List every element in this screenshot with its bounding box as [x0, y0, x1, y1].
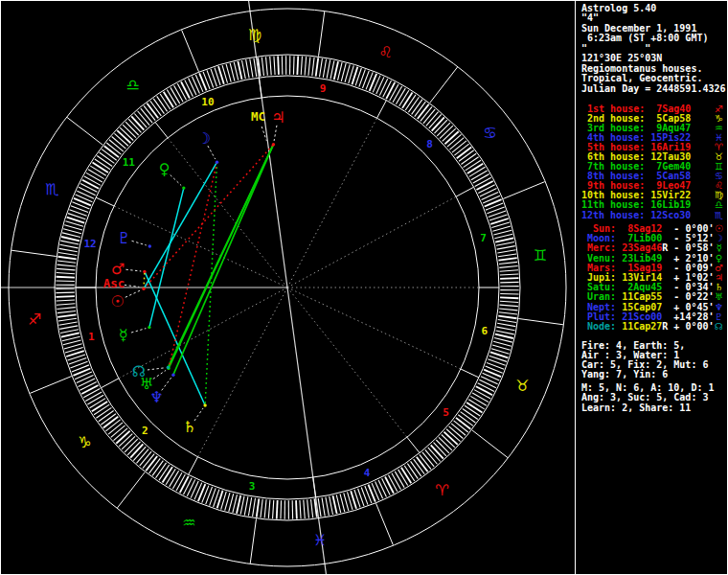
wheel-canvas: ♈♉♊♋♌♍♎♏♐♑♒♓123456789101112☉☽☿♀♂♃♄♅♆♇☊As…: [0, 0, 575, 575]
axis-pointer-line: [125, 285, 139, 287]
summary-line: Yang: 7, Yin: 6: [581, 370, 726, 380]
chart-header: Astrolog 5.40 "4" Sun December 1, 1991 6…: [581, 4, 726, 94]
sign-boundary-line: [518, 318, 563, 324]
house-number: 11: [123, 156, 136, 169]
house-number: 3: [249, 480, 256, 493]
gemini-sign-icon: ♊: [534, 246, 547, 264]
node-planet-icon: ☊: [713, 321, 725, 332]
planet-pointer-line: [132, 241, 147, 245]
info-sidebar: Astrolog 5.40 "4" Sun December 1, 1991 6…: [577, 1, 727, 574]
sign-boundary-line: [11, 250, 57, 256]
planet-pointer-line: [171, 175, 182, 186]
plut-position-dot: [148, 244, 151, 247]
nept-planet-icon: ♆: [149, 388, 163, 406]
house-number: 10: [201, 96, 214, 108]
pisces-sign-icon: ♓: [313, 531, 327, 549]
planet-pointer-line: [131, 329, 146, 333]
mars-planet-icon: ♂: [111, 260, 125, 278]
mars-position-dot: [143, 270, 146, 273]
planet-pointer-line: [125, 290, 141, 297]
trine-aspect-line: [168, 145, 273, 368]
cusp-band-segment: [259, 78, 262, 98]
house-number: 5: [443, 406, 449, 419]
ascendant-label: Asc: [103, 276, 125, 290]
virgo-sign-icon: ♍: [248, 26, 262, 44]
moon-planet-icon: ☽: [197, 129, 211, 148]
cusp-band-segment: [189, 457, 198, 475]
element-summary: Fire: 4, Earth: 5,Air : 3, Water: 1Car: …: [581, 341, 726, 413]
sign-boundary-line: [30, 377, 71, 394]
planet-position-list: Sun: 8Sag12 - 0°00'☉ Moon: 7Lib00 - 5°12…: [581, 224, 726, 332]
cusp-band-segment: [407, 437, 420, 452]
merc-position-dot: [148, 326, 150, 329]
cusp-band-segment: [377, 101, 387, 119]
libra-sign-icon: ♎: [126, 76, 140, 94]
sign-boundary-line: [503, 182, 544, 199]
satu-position-dot: [203, 403, 206, 406]
aries-sign-icon: ♈: [435, 481, 448, 499]
leo-sign-icon: ♌: [378, 43, 392, 61]
nept-position-dot: [171, 374, 174, 377]
cusp-band-segment: [96, 197, 114, 206]
moon-position-dot: [216, 161, 218, 164]
sign-boundary-line: [472, 430, 508, 458]
julian-day-label: Julian Day = 2448591.4326: [581, 84, 726, 94]
house-number: 2: [142, 425, 148, 437]
house-row: 12th house: 12Sco30♏: [581, 211, 726, 220]
sign-boundary-line: [67, 117, 102, 145]
node-planet-icon: ☊: [132, 362, 146, 380]
app-title: Astrolog 5.40: [581, 4, 726, 13]
square-aspect-line: [169, 162, 217, 368]
trine-aspect-line: [173, 145, 274, 376]
house-number: 7: [480, 232, 487, 244]
sign-boundary-line: [376, 503, 394, 544]
planet-pointer-line: [148, 368, 164, 370]
sun-planet-icon: ☉: [110, 292, 124, 310]
planet-pointer-line: [153, 370, 166, 379]
capricorn-sign-icon: ♑: [78, 433, 91, 451]
house-number: 6: [482, 325, 489, 337]
satu-planet-icon: ♄: [183, 418, 196, 436]
sextile-aspect-line: [149, 188, 184, 328]
house-cusp-line: [168, 138, 287, 288]
sign-boundary-line: [318, 12, 324, 57]
♏-sign-icon: ♏: [713, 210, 725, 220]
house-number: 9: [320, 82, 327, 95]
merc-planet-icon: ☿: [119, 326, 128, 344]
midheaven-label: MC: [251, 109, 265, 124]
cusp-band-segment: [155, 122, 168, 137]
sextile-aspect-line: [145, 271, 205, 405]
house-number: 4: [364, 467, 371, 479]
venu-position-dot: [182, 186, 185, 189]
house-cusp-line: [114, 206, 287, 288]
house-cusp-line: [197, 288, 287, 457]
house-cusp-line: [287, 288, 461, 369]
house-cusp-line: [287, 118, 377, 288]
cusp-band-segment: [101, 379, 118, 388]
sagittarius-sign-icon: ♐: [28, 310, 41, 329]
summary-line: Learn: 2, Share: 11: [581, 403, 726, 413]
house-number: 8: [426, 138, 433, 150]
taurus-sign-icon: ♉: [515, 377, 529, 395]
house-cusp-line: [287, 288, 407, 437]
house-cusp-line: [287, 196, 456, 288]
sextile-aspect-line: [144, 162, 217, 288]
cancer-sign-icon: ♋: [483, 124, 496, 142]
sign-boundary-line: [430, 67, 458, 103]
cusp-band-segment: [313, 477, 316, 497]
panel-divider: [575, 0, 576, 575]
house-number: 12: [83, 238, 96, 250]
aquarius-sign-icon: ♒: [182, 514, 195, 532]
planet-row: Node: 11Cap27R + 0°00'☊: [581, 322, 726, 332]
planet-pointer-line: [125, 269, 141, 271]
sign-boundary-line: [250, 518, 256, 564]
natal-chart-wheel: ♈♉♊♋♌♍♎♏♐♑♒♓123456789101112☉☽☿♀♂♃♄♅♆♇☊As…: [0, 0, 575, 575]
plut-planet-icon: ♇: [117, 229, 130, 247]
venu-planet-icon: ♀: [159, 160, 171, 178]
jupi-position-dot: [272, 143, 275, 146]
jupi-planet-icon: ♃: [271, 108, 284, 126]
house-number: 1: [88, 331, 95, 343]
house-cusp-list: 1st house: 7Sag40♐ 2nd house: 5Cap58♑ 3r…: [581, 104, 726, 220]
cusp-band-segment: [461, 369, 479, 378]
node-position-dot: [167, 366, 170, 369]
